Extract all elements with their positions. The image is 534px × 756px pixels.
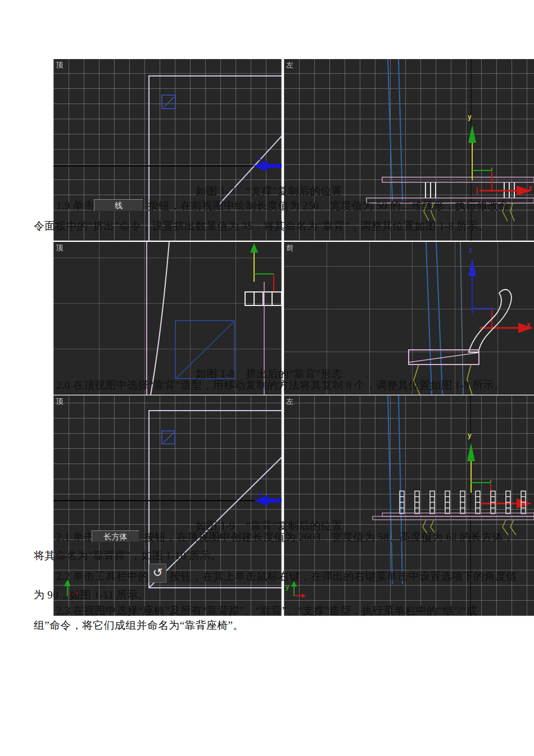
step-1-9-text: 按钮，在前视图中绘制长度值为 250、宽度值为 50 的二维线形，执行修改命	[148, 200, 509, 212]
wire-line	[436, 242, 442, 395]
step-2-1-line2: 将其命名为“靠背撑”，如图 1-10 所示。	[34, 550, 221, 562]
step-2-2-line2: 为 90，如图 1-11 所示。	[34, 589, 149, 601]
leftview-geometry-fig19	[284, 395, 534, 616]
line-tool-button[interactable]: 线	[94, 199, 143, 212]
topview-geometry-fig17	[53, 59, 282, 241]
viewport-left-fig17: 左 y x	[284, 59, 534, 241]
viewport-top-fig19: 顶	[53, 395, 282, 616]
document-page: 顶 左 y x	[0, 0, 534, 756]
wire-line	[399, 59, 402, 201]
leftview-geometry-fig17	[284, 59, 534, 241]
x-axis-label: x	[528, 184, 532, 192]
y-axis-arrow	[468, 125, 476, 143]
x-axis-arrow-head	[517, 498, 532, 508]
viewport-left-fig19: 左 y y	[284, 395, 534, 616]
wire-line	[388, 59, 392, 201]
viewport-label: 顶	[56, 397, 63, 407]
wire-line	[426, 242, 432, 395]
x-axis-arrow-head	[518, 323, 533, 333]
backrest-profile	[469, 290, 512, 352]
step-2-1-prefix: 2.1 单击	[56, 531, 94, 543]
select-and-rotate-icon[interactable]: ↺	[149, 564, 166, 583]
viewport-label: 前	[286, 243, 293, 253]
x-axis-label: x	[527, 321, 531, 328]
step-2-2-prefix: 2.2 单击工具栏中的	[56, 570, 149, 583]
z-axis-arrow	[468, 258, 476, 276]
blue-arrow-head	[254, 160, 267, 172]
step-1-9-line2: 令面板中的“挤出”命令，设置挤出数量值为 35，将其命名为“靠背”，调整其位置如…	[34, 220, 489, 232]
viewport-label: 左	[286, 397, 293, 407]
wire-line	[460, 242, 463, 395]
backrest-posts	[400, 491, 526, 514]
wire-line	[388, 395, 392, 584]
topview-geometry-fig19	[53, 395, 282, 616]
step-2-3-line2: 组”命令，将它们成组并命名为“靠背座椅”。	[34, 619, 244, 632]
step-2-1-text: 按钮，在顶视图中创建长度值为 2603、宽度值为 58、高度值为 62 的长方体…	[144, 531, 514, 543]
viewport-label: 左	[286, 60, 293, 70]
wire-line	[399, 395, 402, 584]
viewport-top-fig17: 顶	[53, 59, 282, 241]
box-tool-button[interactable]: 长方体	[92, 530, 139, 542]
step-2-0-text: 2.0 在顶视图中选择“靠背”造型，用移动复制的方法将其复制 9 个，调整其位置…	[56, 379, 505, 392]
step-2-2-text: 按钮，在其上单击鼠标右键，在弹出的右键菜单击中设置选项下的角度值	[170, 570, 517, 583]
y-axis-arrow	[467, 443, 475, 461]
spline-curve	[151, 242, 169, 395]
seat-bar	[382, 513, 534, 516]
seat-bar	[382, 177, 534, 182]
step-2-3-line1: 2.3 在视图中选择“座椅”及所有“靠背撑”、“靠背”、“支撑”造型，执行菜单栏…	[56, 605, 477, 617]
blue-arrow-head	[254, 495, 268, 506]
viewport-label: 顶	[56, 60, 63, 70]
y-axis-arrow	[250, 243, 258, 253]
viewport-label: 顶	[56, 243, 63, 253]
caption-fig-1-7: 如图 1-7 “支撑”复制后的位置	[196, 184, 342, 199]
y-axis-label: y	[468, 431, 472, 439]
z-axis-label: z	[469, 246, 472, 254]
corner-axis-y-label: y	[286, 583, 289, 591]
step-1-9-prefix: 1.9 单击	[56, 200, 94, 212]
y-axis-label: y	[468, 113, 472, 121]
seat-bar	[373, 516, 534, 520]
